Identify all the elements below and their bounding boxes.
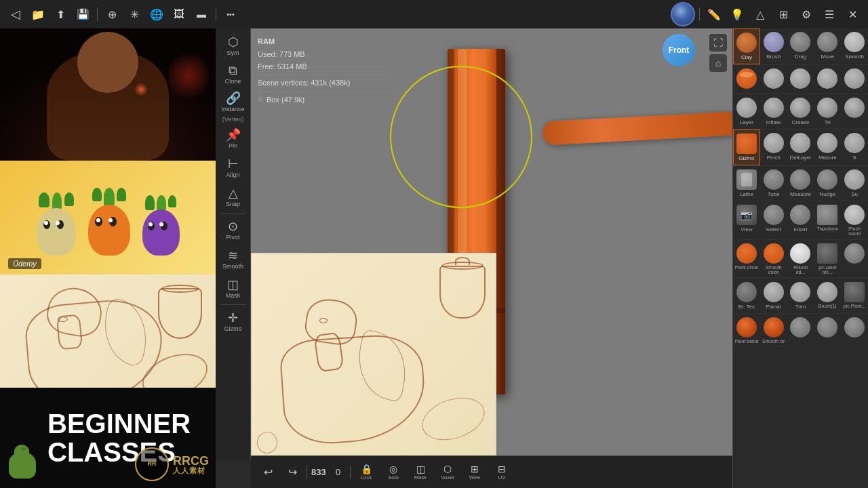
- brush-smoothclr[interactable]: Smooth clr: [760, 314, 787, 347]
- brush-tube[interactable]: Tube: [760, 166, 787, 201]
- layers-icon[interactable]: ⊞: [773, 4, 793, 24]
- zero-display: 0: [336, 467, 346, 477]
- brush-clay-label: Clay: [741, 54, 752, 60]
- brush-r2-5[interactable]: [841, 65, 868, 94]
- brush-paintblend[interactable]: Paint blend: [733, 314, 760, 347]
- settings-icon[interactable]: ⚙: [796, 4, 816, 24]
- brush-r9-3[interactable]: [787, 314, 814, 347]
- image-icon[interactable]: 🖼: [169, 4, 189, 24]
- brush-delayer[interactable]: DelLayer: [787, 129, 814, 165]
- tool-sym[interactable]: ⬡ Sym: [218, 31, 249, 60]
- brush-r2-4[interactable]: [814, 65, 841, 94]
- tool-snap[interactable]: △ Snap: [218, 182, 249, 211]
- brush-trim[interactable]: Trim: [787, 279, 814, 313]
- brush-paintcircle[interactable]: Paint circle: [733, 240, 760, 278]
- snowflake-icon[interactable]: ✳: [124, 4, 144, 24]
- brush-transform[interactable]: Transform: [814, 201, 841, 239]
- tool-smooth[interactable]: ≋ Smooth: [218, 245, 249, 273]
- symmetry-icon[interactable]: ⊕: [102, 4, 122, 24]
- tool-pivot[interactable]: ⊙ Pivot: [218, 216, 249, 244]
- save-icon[interactable]: 💾: [73, 4, 93, 24]
- expand-btn[interactable]: ⛶: [709, 34, 727, 52]
- tool-instance[interactable]: 🔗 Instance: [218, 89, 249, 115]
- tool-clone[interactable]: ⧉ Clone: [218, 60, 249, 88]
- brush-masure[interactable]: Masure: [814, 129, 841, 165]
- brush-lathe[interactable]: Lathe: [733, 166, 760, 201]
- menu-icon[interactable]: ☰: [819, 4, 840, 24]
- brush-brush1[interactable]: Brush(1): [814, 279, 841, 313]
- brush-r9-5[interactable]: [841, 314, 868, 347]
- brush-insert[interactable]: Insert: [787, 201, 814, 239]
- wire-btn[interactable]: ⊞ Wire: [463, 464, 486, 481]
- smoothclr-label: Smooth clr: [762, 339, 785, 344]
- folder-icon[interactable]: 📁: [28, 4, 48, 24]
- brush-row-4: Gizmo Pinch DelLayer Masure S: [733, 129, 868, 166]
- select-label: Select: [766, 226, 781, 232]
- brush-r9-4[interactable]: [814, 314, 841, 347]
- brush-planar[interactable]: Planar: [760, 279, 787, 313]
- delayer-label: DelLayer: [789, 155, 811, 161]
- brush-inflate[interactable]: Inflate: [760, 94, 787, 129]
- solo-btn[interactable]: ◎ Solo: [382, 464, 405, 481]
- brush-tool-icon[interactable]: ✏️: [704, 4, 724, 24]
- redo-btn[interactable]: ↪: [282, 462, 302, 483]
- mask-btn[interactable]: ◫ Mask: [409, 464, 432, 481]
- brush-clay[interactable]: Clay: [733, 28, 760, 64]
- brush-su[interactable]: Su: [841, 166, 868, 201]
- course-banner-1[interactable]: Ūdemy: [0, 161, 216, 274]
- brush-layer[interactable]: Layer: [733, 94, 760, 129]
- brush-pinch[interactable]: Pinch: [760, 129, 787, 165]
- share-icon[interactable]: ⬆: [50, 4, 71, 24]
- brush-rounded[interactable]: Round ed...: [787, 240, 814, 278]
- brush-picpaint[interactable]: pic paint tex...: [814, 240, 841, 278]
- globe-icon[interactable]: 🌐: [146, 4, 167, 24]
- brush-r3-5[interactable]: [841, 94, 868, 129]
- voxel-label: Voxel: [441, 474, 454, 481]
- home-btn[interactable]: ⌂: [709, 54, 727, 72]
- align-label: Align: [226, 171, 239, 178]
- brush-select[interactable]: Select: [760, 201, 787, 239]
- close-icon[interactable]: ✕: [842, 4, 863, 24]
- brush-gizmo[interactable]: Gizmo: [733, 129, 760, 165]
- nav-sphere[interactable]: [671, 2, 695, 26]
- brush-move[interactable]: Move: [814, 28, 841, 64]
- extra-icon[interactable]: •••: [220, 4, 241, 24]
- brush-pinchround[interactable]: Pinch round: [841, 201, 868, 239]
- voxel-btn[interactable]: ⬡ Voxel: [436, 464, 459, 481]
- brtex-label: Br. Tex: [738, 304, 755, 310]
- tool-gizmo[interactable]: ✛ Gizmo: [218, 307, 249, 336]
- brush-r2-3[interactable]: [787, 65, 814, 94]
- back-icon[interactable]: ◁: [5, 4, 26, 24]
- tool-align[interactable]: ⊢ Align: [218, 153, 249, 182]
- brush-tri[interactable]: Tri: [814, 94, 841, 129]
- triangle-icon[interactable]: △: [750, 4, 770, 24]
- brush-nudge[interactable]: Nudge: [814, 166, 841, 201]
- brush-brtex[interactable]: Br. Tex: [733, 279, 760, 313]
- brush-r2-1[interactable]: [733, 65, 760, 94]
- brush-smooth[interactable]: Smooth: [841, 28, 868, 64]
- brush-r2-2[interactable]: [760, 65, 787, 94]
- brush-smoothcolor[interactable]: Smooth color: [760, 240, 787, 278]
- brush-picpaint2[interactable]: pic Paint...: [841, 279, 868, 313]
- light-icon[interactable]: 💡: [727, 4, 747, 24]
- character-3: [142, 195, 180, 256]
- dino-icon: [3, 449, 41, 483]
- brush-crease[interactable]: Crease: [787, 94, 814, 129]
- video-icon[interactable]: ▬: [191, 4, 212, 24]
- brush-s[interactable]: S: [841, 129, 868, 165]
- tool-pin[interactable]: 📌 Pin: [218, 124, 249, 152]
- tool-mask[interactable]: ◫ Mask: [218, 274, 249, 302]
- main-viewport[interactable]: RAM Used: 773 MB Free: 5314 MB Scene ver…: [251, 28, 732, 460]
- undo-btn[interactable]: ↩: [258, 462, 278, 483]
- brush-r7-5[interactable]: [841, 240, 868, 278]
- uv-btn[interactable]: ⊟ UV: [490, 464, 513, 481]
- brush-measure[interactable]: Measure: [787, 166, 814, 201]
- brush-camera[interactable]: 📷 View: [733, 201, 760, 239]
- brush-brush[interactable]: Brush: [760, 28, 787, 64]
- brush-row-7: Paint circle Smooth color Round ed... pi…: [733, 240, 868, 279]
- brush-drag[interactable]: Drag: [787, 28, 814, 64]
- clone-label: Clone: [225, 78, 241, 85]
- course-banner-2[interactable]: INTRO TO 3D NOMAD SCULPT N BEGINNER CLAS…: [0, 274, 216, 488]
- inflate-label: Inflate: [766, 119, 781, 125]
- lock-btn[interactable]: 🔒 Lock: [355, 464, 378, 481]
